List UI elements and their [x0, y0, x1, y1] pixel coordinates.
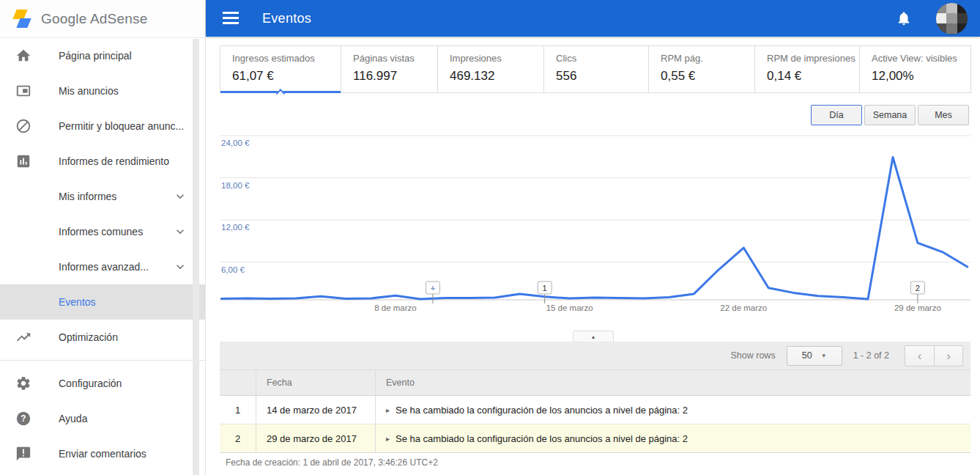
stat-card-active-view-visibles[interactable]: Active View: visibles12,00% — [860, 46, 971, 92]
main-content: Ingresos estimados61,07 €Páginas vistas1… — [206, 37, 980, 475]
stat-card-label: RPM de impresiones — [767, 53, 859, 64]
prev-page-button[interactable]: ‹ — [905, 346, 934, 366]
date-granularity-toggle: DíaSemanaMes — [811, 105, 969, 125]
header-index — [220, 370, 256, 395]
sidebar-item-label: Optimización — [59, 331, 118, 343]
chevron-down-icon — [173, 224, 188, 242]
sidebar-scrollbar[interactable] — [193, 39, 199, 475]
sidebar-item-label: Eventos — [59, 296, 96, 308]
next-page-button[interactable]: › — [934, 346, 962, 366]
stat-card-clics[interactable]: Clics556 — [544, 46, 649, 92]
sidebar-item-label: Informes comunes — [59, 226, 143, 238]
sidebar-item-label: Configuración — [59, 378, 122, 389]
sidebar-item-eventos[interactable]: Eventos — [0, 284, 205, 320]
header-evento: Evento — [376, 378, 970, 388]
sidebar-item-enviar-comentarios[interactable]: Enviar comentarios — [0, 436, 205, 471]
caret-down-icon: ▼ — [821, 353, 827, 359]
adsense-logo[interactable]: Google AdSense — [0, 0, 205, 38]
home-icon — [15, 47, 32, 65]
y-axis-label: 18,00 € — [221, 181, 250, 190]
expand-arrow-icon[interactable]: ▸ — [386, 435, 390, 443]
earnings-line-chart: 6,00 €12,00 €18,00 €24,00 €8 de marzo15 … — [206, 132, 980, 321]
x-axis-label: 8 de marzo — [374, 303, 417, 312]
row-event-cell: ▸Se ha cambiado la configuración de los … — [376, 405, 970, 416]
notifications-bell-icon[interactable] — [896, 10, 912, 26]
avatar[interactable] — [936, 3, 968, 34]
row-event-cell: ▸Se ha cambiado la configuración de los … — [376, 433, 970, 444]
table-row[interactable]: 114 de marzo de 2017▸Se ha cambiado la c… — [220, 396, 970, 424]
logo-text: Google AdSense — [41, 11, 147, 27]
show-rows-label: Show rows — [731, 350, 776, 361]
x-axis-label: 22 de marzo — [720, 303, 767, 312]
collapse-chart-button[interactable]: ▲ — [573, 331, 614, 342]
x-axis-label: 15 de marzo — [546, 303, 593, 312]
top-app-bar: Eventos — [206, 0, 980, 37]
stat-card-ingresos-estimados[interactable]: Ingresos estimados61,07 € — [220, 46, 341, 92]
stat-card-label: Páginas vistas — [353, 53, 437, 64]
sidebar-item-label: Página principal — [59, 50, 132, 62]
table-row[interactable]: 229 de marzo de 2017▸Se ha cambiado la c… — [220, 424, 970, 453]
event-flag-label: 2 — [916, 284, 920, 292]
sidebar-item-label: Informes de rendimiento — [59, 155, 169, 167]
selected-card-notch-icon — [276, 89, 286, 98]
sidebar-item-mis-informes[interactable]: Mis informes — [0, 179, 205, 214]
stat-card-impresiones[interactable]: Impresiones469.132 — [438, 46, 544, 92]
rows-per-page-select[interactable]: 50 ▼ — [787, 346, 842, 366]
table-body: 114 de marzo de 2017▸Se ha cambiado la c… — [220, 396, 970, 453]
stat-card-label: Impresiones — [450, 53, 543, 64]
sidebar-item-configuracion[interactable]: Configuración — [0, 366, 205, 401]
ads-icon — [15, 82, 32, 100]
stat-card-value: 12,00% — [872, 69, 970, 84]
sidebar-item-optimizacion[interactable]: Optimización — [0, 320, 205, 355]
y-axis-label: 24,00 € — [221, 139, 250, 147]
sidebar-item-informes-avanzad[interactable]: Informes avanzad... — [0, 249, 205, 284]
sidebar-item-mis-anuncios[interactable]: Mis anuncios — [0, 73, 205, 108]
menu-icon[interactable] — [223, 12, 240, 25]
stat-card-value: 0,14 € — [767, 69, 859, 84]
row-index: 2 — [220, 424, 256, 452]
toggle-dia[interactable]: Día — [811, 105, 862, 125]
expand-arrow-icon[interactable]: ▸ — [386, 406, 390, 414]
stat-card-value: 469.132 — [450, 69, 543, 84]
help-icon: ? — [15, 410, 32, 427]
pagination-controls: ‹ › — [905, 345, 963, 367]
row-date: 14 de marzo de 2017 — [256, 396, 376, 424]
optimization-icon — [15, 328, 32, 346]
sidebar-item-pagina-principal[interactable]: Página principal — [0, 38, 205, 73]
header-fecha: Fecha — [256, 370, 376, 395]
stat-card-value: 0,55 € — [661, 69, 754, 84]
sidebar-item-ayuda[interactable]: ?Ayuda — [0, 401, 205, 436]
adsense-bolt-icon — [12, 8, 32, 30]
sidebar-nav: Página principalMis anunciosPermitir y b… — [0, 38, 205, 471]
table-toolbar: Show rows 50 ▼ 1 - 2 of 2 ‹ › — [220, 342, 970, 370]
stat-card-value: 116.997 — [353, 69, 437, 84]
stat-card-rpm-de-impresiones[interactable]: RPM de impresiones0,14 € — [755, 46, 860, 92]
y-axis-label: 12,00 € — [221, 223, 250, 232]
sidebar-item-informes-de-rendimiento[interactable]: Informes de rendimiento — [0, 144, 205, 179]
creation-date-note: Fecha de creación: 1 de abril de 2017, 3… — [226, 457, 438, 468]
sidebar-item-label: Permitir y bloquear anunc... — [59, 120, 184, 132]
stat-card-label: Ingresos estimados — [232, 53, 341, 64]
svg-text:?: ? — [21, 413, 26, 424]
pagination-range-label: 1 - 2 of 2 — [853, 350, 889, 361]
toggle-mes[interactable]: Mes — [918, 105, 969, 125]
stat-card-rpm-pag[interactable]: RPM pág.0,55 € — [649, 46, 755, 92]
sidebar: Google AdSense Página principalMis anunc… — [0, 0, 206, 475]
stat-card-value: 556 — [556, 69, 648, 84]
row-date: 29 de marzo de 2017 — [256, 424, 376, 452]
stat-card-label: Clics — [556, 53, 648, 64]
stat-card-paginas-vistas[interactable]: Páginas vistas116.997 — [341, 46, 438, 92]
x-axis-label: 29 de marzo — [894, 303, 941, 312]
y-axis-label: 6,00 € — [221, 265, 245, 274]
row-event-text: Se ha cambiado la configuración de los a… — [396, 405, 688, 416]
event-flag-label: 1 — [543, 284, 547, 292]
sidebar-item-label: Mis anuncios — [59, 85, 119, 97]
chevron-down-icon — [173, 189, 188, 207]
stat-card-label: RPM pág. — [661, 53, 754, 64]
toggle-semana[interactable]: Semana — [864, 105, 916, 125]
sidebar-item-permitir-y-bloquear-anunc[interactable]: Permitir y bloquear anunc... — [0, 108, 205, 144]
collapse-arrow-icon: ▲ — [591, 334, 596, 339]
sidebar-item-informes-comunes[interactable]: Informes comunes — [0, 214, 205, 249]
sidebar-item-label: Ayuda — [59, 413, 87, 424]
earnings-line-series — [221, 158, 968, 300]
